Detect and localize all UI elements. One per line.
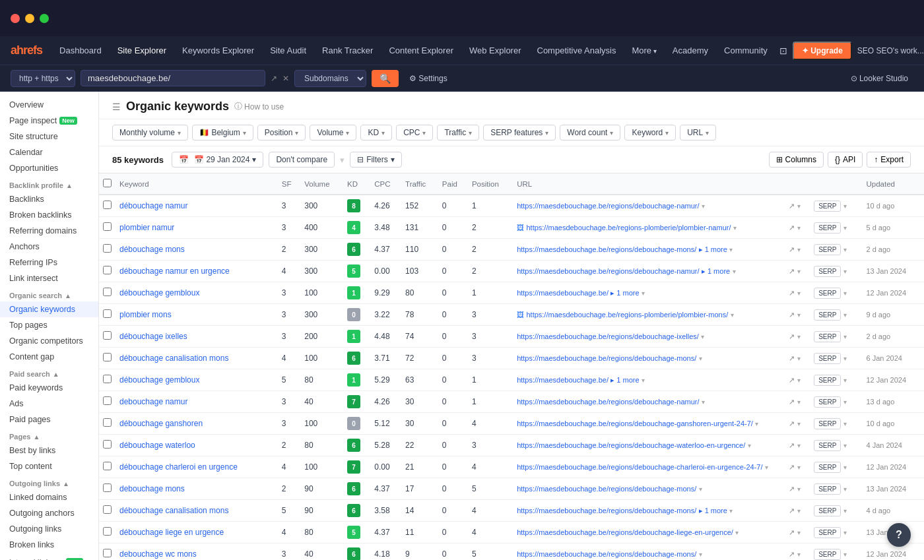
more-link[interactable]: ▸ 1 more	[610, 289, 639, 297]
sidebar-item-top-content[interactable]: Top content	[0, 458, 98, 474]
filter-kd[interactable]: KD ▾	[360, 125, 392, 140]
keyword-link[interactable]: débouchage canalisation mons	[119, 354, 228, 363]
sidebar-section-paid-search[interactable]: Paid search ▲	[0, 365, 98, 380]
menu-icon[interactable]: ☰	[112, 102, 121, 112]
serp-button[interactable]: SERP	[814, 418, 841, 429]
keyword-link[interactable]: débouchage canalisation mons	[119, 506, 228, 515]
keyword-link[interactable]: débouchage namur	[119, 201, 187, 210]
serp-dropdown-icon[interactable]: ▾	[843, 464, 847, 471]
filters-button[interactable]: ⊟ Filters ▾	[350, 152, 402, 168]
nav-community[interactable]: Community	[717, 42, 774, 59]
sidebar-item-referring-domains[interactable]: Referring domains	[0, 223, 98, 239]
sidebar-item-link-intersect[interactable]: Link intersect	[0, 270, 98, 286]
nav-academy[interactable]: Academy	[666, 42, 715, 59]
filter-volume[interactable]: Volume ▾	[310, 125, 356, 140]
serp-button[interactable]: SERP	[814, 222, 841, 233]
nav-competitive-analysis[interactable]: Competitive Analysis	[531, 42, 623, 59]
col-header-traffic[interactable]: Traffic	[401, 173, 438, 195]
keyword-link[interactable]: débouchage ganshoren	[119, 419, 203, 428]
date-picker-button[interactable]: 📅 📅 29 Jan 2024 ▾	[172, 152, 263, 168]
serp-dropdown-icon[interactable]: ▾	[843, 420, 847, 427]
keyword-link[interactable]: débouchage ixelles	[119, 332, 187, 341]
filter-traffic[interactable]: Traffic ▾	[437, 125, 479, 140]
keyword-link[interactable]: plombier mons	[119, 310, 172, 319]
serp-dropdown-icon[interactable]: ▾	[843, 311, 847, 319]
row-checkbox[interactable]	[99, 522, 116, 544]
url-link[interactable]: https://maesdebouchage.be/regions/debouc…	[517, 528, 733, 536]
url-link[interactable]: https://maesdebouchage.be/regions-plombe…	[526, 311, 728, 319]
row-checkbox[interactable]	[99, 456, 116, 478]
upgrade-button[interactable]: ✦ Upgrade	[793, 42, 852, 60]
keyword-link[interactable]: débouchage charleroi en urgence	[119, 462, 238, 472]
col-header-updated[interactable]: Updated	[862, 173, 924, 195]
col-header-kd[interactable]: KD	[343, 173, 370, 195]
keyword-link[interactable]: debouchage wc mons	[119, 549, 197, 559]
serp-dropdown-icon[interactable]: ▾	[843, 333, 847, 340]
url-link[interactable]: https://maesdebouchage.be/	[517, 376, 609, 384]
nav-keywords-explorer[interactable]: Keywords Explorer	[176, 42, 261, 59]
url-dropdown-icon[interactable]: ▾	[733, 268, 736, 275]
sidebar-item-backlinks[interactable]: Backlinks	[0, 191, 98, 207]
url-dropdown-icon[interactable]: ▾	[699, 551, 702, 558]
serp-dropdown-icon[interactable]: ▾	[843, 202, 847, 210]
serp-dropdown-icon[interactable]: ▾	[843, 551, 847, 558]
col-header-keyword[interactable]: Keyword	[116, 173, 278, 195]
serp-dropdown-icon[interactable]: ▾	[843, 246, 847, 253]
looker-studio-button[interactable]: ⊙ Looker Studio	[845, 71, 913, 86]
trend-dropdown-icon[interactable]: ▾	[797, 202, 801, 210]
more-link[interactable]: ▸ 1 more	[699, 507, 727, 514]
protocol-select[interactable]: http + https	[11, 70, 75, 87]
filter-country[interactable]: 🇧🇪 Belgium ▾	[192, 125, 253, 140]
trend-dropdown-icon[interactable]: ▾	[797, 529, 801, 536]
nav-dashboard[interactable]: Dashboard	[53, 42, 108, 59]
sidebar-item-organic-competitors[interactable]: Organic competitors	[0, 333, 98, 349]
keyword-link[interactable]: debouchage mons	[119, 484, 185, 493]
sidebar-item-anchors[interactable]: Anchors	[0, 239, 98, 255]
trend-dropdown-icon[interactable]: ▾	[797, 442, 801, 449]
row-checkbox[interactable]	[99, 217, 116, 239]
open-url-icon[interactable]: ↗	[271, 74, 277, 83]
trend-dropdown-icon[interactable]: ▾	[797, 551, 801, 558]
close-button[interactable]	[11, 14, 20, 23]
compare-button[interactable]: Don't compare	[269, 152, 335, 168]
sidebar-section-pages[interactable]: Pages ▲	[0, 427, 98, 443]
nav-site-explorer[interactable]: Site Explorer	[111, 42, 173, 59]
row-checkbox[interactable]	[99, 261, 116, 282]
sidebar-section-internal-links[interactable]: Internal links ▲ New	[0, 553, 98, 560]
sidebar-item-organic-keywords[interactable]: Organic keywords	[0, 301, 98, 317]
url-dropdown-icon[interactable]: ▾	[729, 246, 733, 253]
serp-button[interactable]: SERP	[814, 462, 841, 473]
sidebar-item-broken-links[interactable]: Broken links	[0, 537, 98, 553]
serp-dropdown-icon[interactable]: ▾	[843, 507, 847, 514]
url-dropdown-icon[interactable]: ▾	[748, 442, 751, 449]
trend-dropdown-icon[interactable]: ▾	[797, 485, 801, 493]
keyword-link[interactable]: débouchage gembloux	[119, 288, 199, 297]
serp-button[interactable]: SERP	[814, 244, 841, 255]
trend-dropdown-icon[interactable]: ▾	[797, 355, 801, 362]
api-button[interactable]: {} API	[828, 152, 863, 168]
sidebar-item-broken-backlinks[interactable]: Broken backlinks	[0, 207, 98, 223]
col-header-checkbox[interactable]	[99, 173, 116, 195]
row-checkbox[interactable]	[99, 326, 116, 348]
url-link[interactable]: https://maesdebouchage.be/regions/debouc…	[517, 463, 762, 471]
workspace-label[interactable]: SEO SEO's work...	[857, 46, 924, 55]
url-dropdown-icon[interactable]: ▾	[642, 290, 645, 297]
sidebar-item-ads[interactable]: Ads	[0, 396, 98, 412]
serp-dropdown-icon[interactable]: ▾	[843, 268, 847, 275]
trend-dropdown-icon[interactable]: ▾	[797, 398, 801, 406]
url-link[interactable]: https://maesdebouchage.be/regions/debouc…	[517, 507, 696, 514]
serp-dropdown-icon[interactable]: ▾	[843, 442, 847, 449]
serp-dropdown-icon[interactable]: ▾	[843, 290, 847, 297]
nav-content-explorer[interactable]: Content Explorer	[382, 42, 460, 59]
row-checkbox[interactable]	[99, 413, 116, 435]
serp-button[interactable]: SERP	[814, 483, 841, 495]
keyword-link[interactable]: plombier namur	[119, 223, 174, 232]
row-checkbox[interactable]	[99, 348, 116, 369]
url-dropdown-icon[interactable]: ▾	[702, 202, 705, 210]
sidebar-item-outgoing-anchors[interactable]: Outgoing anchors	[0, 505, 98, 521]
search-button[interactable]: 🔍	[372, 70, 399, 87]
trend-dropdown-icon[interactable]: ▾	[797, 333, 801, 340]
keyword-link[interactable]: debouchage namur	[119, 397, 187, 406]
serp-button[interactable]: SERP	[814, 309, 841, 321]
more-link[interactable]: ▸ 1 more	[699, 245, 727, 253]
